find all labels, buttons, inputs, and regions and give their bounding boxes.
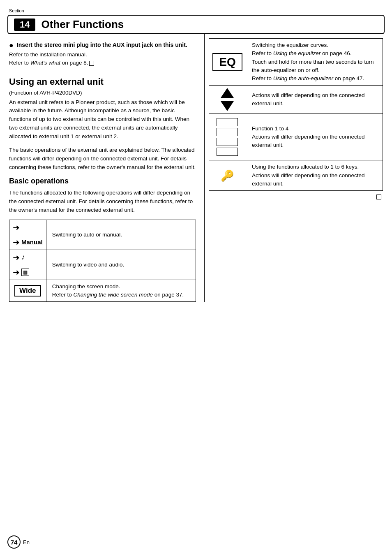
body-text-2: The basic operations of the external uni… [9,146,196,172]
section-label: Section [9,8,24,13]
body-text-1: An external unit refers to a Pioneer pro… [9,98,196,141]
arrow-right-icon-4: ➜ [13,267,20,277]
bullet-icon: ● [9,42,14,49]
eq-ref: Using the equalizer [273,50,321,56]
aux-title: ● Insert the stereo mini plug into the A… [9,42,196,49]
footer-square-icon [376,195,381,199]
table-row: Actions will differ depending on the con… [209,86,383,114]
main-content: ● Insert the stereo mini plug into the A… [7,34,385,302]
key-desc: Using the functions allocated to 1 to 6 … [246,160,383,191]
aux-title-text: Insert the stereo mini plug into the AUX… [17,42,187,48]
auto-manual-desc: Switching to auto or manual. [46,220,196,250]
func-buttons-cell [209,114,246,160]
music-note-icon: ♪ [21,253,25,262]
basic-operations-section: Basic operations The functions allocated… [9,177,196,302]
eq-cell: EQ [209,39,246,86]
wide-button: Wide [14,285,41,297]
wide-desc: Changing the screen mode. Refer to Chang… [46,280,196,302]
video-cell: ➜ ▦ [9,265,46,280]
basic-operations-heading: Basic operations [9,177,196,185]
table-row: 🔑 Using the functions allocated to 1 to … [209,160,383,191]
table-row: Function 1 to 4 Actions will differ depe… [209,114,383,160]
func-btn-3 [217,138,238,146]
triangle-down-icon [221,101,234,111]
func-btn-2 [217,128,238,136]
table-row: ➜ Switching to auto or manual. [9,220,196,235]
func-buttons-container [212,118,242,156]
aux-body2-prefix: Refer to [9,60,30,66]
aux-body1: Refer to the installation manual. [9,51,87,58]
arrow-manual-cell: ➜ [9,220,46,235]
basic-operations-table: ➜ Switching to auto or manual. ➜ Manual [9,220,196,302]
language-label: En [23,539,30,545]
arrow-right-icon-2: ➜ [13,237,20,247]
aux-body2-italic: What's what [30,60,60,66]
wide-screen-ref: Changing the wide screen mode [73,292,153,298]
right-column: EQ Switching the equalizer curves. Refer… [204,34,385,302]
page-header: 14 Other Functions [7,15,385,34]
aux-section: ● Insert the stereo mini plug into the A… [9,42,196,67]
func-desc: Function 1 to 4 Actions will differ depe… [246,114,383,160]
arrow-right-icon: ➜ [13,222,20,232]
section-number: 14 [14,19,35,31]
table-row: Wide Changing the screen mode. Refer to … [9,280,196,302]
triangle-up-icon [221,88,234,98]
page-number: 74 [7,535,21,549]
table-row: EQ Switching the equalizer curves. Refer… [209,39,383,86]
using-external-heading: Using an external unit [9,76,196,87]
page-title: Other Functions [41,18,124,31]
using-external-section: Using an external unit (Function of AVH-… [9,76,196,172]
auto-eq-ref: Using the auto-equalizer [273,75,333,81]
triangles-desc: Actions will differ depending on the con… [246,86,383,114]
eq-desc: Switching the equalizer curves. Refer to… [246,39,383,86]
table-row: ➜ ♪ Switching to video and audio. [9,250,196,265]
right-footer [209,191,383,201]
arrows-container [212,88,242,111]
manual-label-cell: ➜ Manual [9,235,46,250]
aux-body: Refer to the installation manual. Refer … [9,51,196,67]
triangles-cell [209,86,246,114]
aux-body2-end: on page 8. [60,60,88,66]
video-audio-desc: Switching to video and audio. [46,250,196,280]
left-column: ● Insert the stereo mini plug into the A… [7,34,204,302]
func-btn-4 [217,148,238,156]
key-icon: 🔑 [221,169,234,182]
wide-cell: Wide [9,280,46,302]
func-btn-1 [217,118,238,126]
manual-button-label: Manual [21,239,43,246]
key-cell: 🔑 [209,160,246,191]
small-square-icon [89,61,94,66]
music-cell: ➜ ♪ [9,250,46,265]
eq-button: EQ [212,53,242,71]
arrow-right-icon-3: ➜ [13,253,20,262]
video-icon: ▦ [21,269,29,276]
basic-operations-body: The functions allocated to the following… [9,189,196,215]
page-footer: 74 En [7,535,30,549]
function-label: (Function of AVH-P4200DVD) [9,90,196,96]
right-table: EQ Switching the equalizer curves. Refer… [209,38,383,191]
